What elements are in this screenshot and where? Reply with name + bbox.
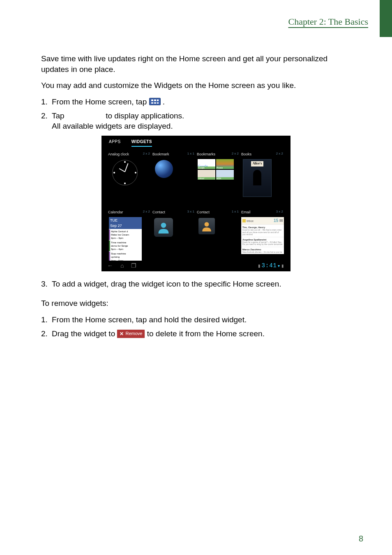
widget-size: 2 x 2 xyxy=(143,152,150,156)
contact-avatar-icon xyxy=(198,218,215,234)
analog-clock-icon xyxy=(112,160,138,185)
widget-name: Contact xyxy=(152,210,165,214)
calendar-date: TUE Sep 27 xyxy=(109,217,142,229)
widget-name: Analog clock xyxy=(108,152,129,156)
widget-size: 3 x 2 xyxy=(276,210,283,214)
battery-icon-2: ▮ xyxy=(281,263,284,269)
calendar-event: Alpha Centuri d Make Ice Cream 2pm – 3pm xyxy=(109,229,142,240)
paragraph-2: You may add and customize the Widgets on… xyxy=(41,80,351,91)
calendar-preview: TUE Sep 27 Alpha Centuri d Make Ice Crea… xyxy=(109,217,142,263)
step-2-rest: to display applications. xyxy=(106,111,184,120)
close-icon: ✕ xyxy=(120,331,124,337)
widget-size: 3 x 1 xyxy=(187,210,194,214)
email-subject: Down for a game of tennis? – Hi folks! H… xyxy=(242,241,283,246)
bookmark-tile-label: Yahoo! xyxy=(198,177,215,180)
remove-step-2-pre: Drag the widget to xyxy=(52,329,117,338)
calendar-event: Time machine demo for Serge 3pm – 4pm xyxy=(109,240,142,251)
remove-label: Remove xyxy=(125,331,142,337)
book-cover-icon: Alice's xyxy=(243,159,272,197)
step-2-tap: Tap xyxy=(52,111,65,120)
widget-name: Email xyxy=(241,210,251,214)
step-3: 3. To add a widget, drag the widget icon… xyxy=(41,279,351,289)
drawer-tabs: APPS WIDGETS xyxy=(101,136,291,150)
widget-contact-large[interactable]: Contact 3 x 1 xyxy=(152,210,195,265)
contact-avatar-icon xyxy=(154,218,173,237)
home-icon[interactable]: ⌂ xyxy=(120,262,124,270)
widget-email[interactable]: Email 3 x 2 Inbox 15 ✉ Tim, George, Henr… xyxy=(241,210,284,265)
widgets-screenshot: APPS WIDGETS Analog clock 2 x 2 Bookmark… xyxy=(101,136,291,271)
tab-apps[interactable]: APPS xyxy=(109,139,121,147)
status-clock: 3:41 xyxy=(261,262,277,270)
remove-step-1: 1. From the Home screen, tap and hold th… xyxy=(41,314,351,325)
book-title: Alice's xyxy=(251,161,264,166)
widget-size: 2 x 2 xyxy=(143,210,150,214)
remove-step-1-text: From the Home screen, tap and hold the d… xyxy=(52,314,351,325)
step-1: 1. From the Home screen, tap . xyxy=(41,97,351,107)
step-number: 1. xyxy=(41,314,52,325)
email-inbox-label: Inbox xyxy=(247,219,254,223)
widget-name: Calendar xyxy=(108,210,123,214)
step-number: 2. xyxy=(41,328,52,339)
widget-bookmarks[interactable]: Bookmarks 2 x 2 Google Picasa Yahoo! MSN xyxy=(197,152,240,207)
widget-size: 2 x 2 xyxy=(276,152,283,156)
widget-size: 1 x 1 xyxy=(232,210,239,214)
bookmarks-grid-icon: Google Picasa Yahoo! MSN xyxy=(198,159,234,180)
remove-heading: To remove widgets: xyxy=(41,298,351,309)
widget-name: Bookmark xyxy=(152,152,169,156)
step-number: 1. xyxy=(41,97,52,107)
page-number: 8 xyxy=(359,534,363,543)
widget-calendar[interactable]: Calendar 2 x 2 TUE Sep 27 Alpha Centuri … xyxy=(108,210,151,265)
paragraph-1: Save time with live updates right on the… xyxy=(41,53,351,74)
widget-size: 1 x 1 xyxy=(187,152,194,156)
widgets-grid: Analog clock 2 x 2 Bookmark 1 x 1 Bookma… xyxy=(101,149,291,265)
svg-point-1 xyxy=(205,222,209,227)
widget-contact-small[interactable]: Contact 1 x 1 xyxy=(197,210,240,265)
widget-size: 2 x 2 xyxy=(232,152,239,156)
bookmark-tile-label: Picasa xyxy=(216,166,234,169)
step-2-line2: All available widgets are displayed. xyxy=(52,122,173,130)
page-content: Save time with live updates right on the… xyxy=(41,53,351,342)
widget-bookmark[interactable]: Bookmark 1 x 1 xyxy=(152,152,195,207)
step-number: 2. xyxy=(41,111,52,132)
globe-icon xyxy=(155,160,173,178)
svg-point-0 xyxy=(161,223,166,228)
widget-name: Bookmarks xyxy=(197,152,215,156)
bookmark-tile-label: MSN xyxy=(216,177,234,180)
step-1-text-pre: From the Home screen, tap xyxy=(52,97,149,106)
widget-name: Books xyxy=(241,152,251,156)
widget-analog-clock[interactable]: Analog clock 2 x 2 xyxy=(108,152,151,207)
email-preview: Inbox 15 ✉ Tim, George, HenryGood to see… xyxy=(241,217,284,254)
system-navbar: ← ⌂ ❐ ▮ 3:41 ▾ ▮ xyxy=(101,261,291,271)
back-icon[interactable]: ← xyxy=(107,262,113,270)
wifi-icon: ▾ xyxy=(278,263,280,269)
email-subject: Good to see you all – We had a crazy cre… xyxy=(242,229,283,236)
app-drawer-icon xyxy=(149,98,161,105)
email-count: 15 xyxy=(274,218,278,223)
remove-button[interactable]: ✕Remove xyxy=(117,330,145,338)
step-3-text: To add a widget, drag the widget icon to… xyxy=(52,279,351,289)
widget-name: Contact xyxy=(197,210,210,214)
step-number: 3. xyxy=(41,279,52,289)
battery-icon: ▮ xyxy=(258,263,261,269)
recent-apps-icon[interactable]: ❐ xyxy=(131,262,136,270)
step-2: 2. Tap to display applications. All avai… xyxy=(41,111,351,132)
email-subject: New Android phones – It's me hot to you … xyxy=(242,251,283,254)
header-accent-bar xyxy=(380,0,392,37)
tab-widgets[interactable]: WIDGETS xyxy=(131,139,152,147)
step-1-text-post: . xyxy=(163,97,165,106)
chapter-title: Chapter 2: The Basics xyxy=(288,16,369,27)
remove-step-2: 2. Drag the widget to ✕Remove to delete … xyxy=(41,328,351,339)
remove-step-2-post: to delete it from the Home screen. xyxy=(147,329,265,338)
bookmark-tile-label: Google xyxy=(198,166,215,169)
widget-books[interactable]: Books 2 x 2 Alice's xyxy=(241,152,284,207)
